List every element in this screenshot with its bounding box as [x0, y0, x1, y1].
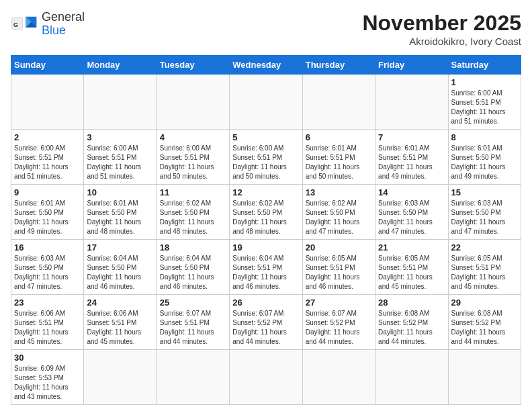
calendar-cell: 24Sunrise: 6:06 AM Sunset: 5:51 PM Dayli…	[84, 295, 157, 350]
day-number: 21	[378, 242, 445, 253]
calendar-cell: 21Sunrise: 6:05 AM Sunset: 5:51 PM Dayli…	[375, 240, 448, 295]
day-info: Sunrise: 6:04 AM Sunset: 5:50 PM Dayligh…	[87, 254, 153, 291]
calendar-cell: 15Sunrise: 6:03 AM Sunset: 5:50 PM Dayli…	[448, 185, 521, 240]
day-number: 4	[160, 132, 226, 142]
calendar-cell	[230, 75, 302, 130]
day-info: Sunrise: 6:02 AM Sunset: 5:50 PM Dayligh…	[306, 199, 372, 236]
calendar-cell: 3Sunrise: 6:00 AM Sunset: 5:51 PM Daylig…	[84, 130, 157, 185]
calendar-cell: 29Sunrise: 6:08 AM Sunset: 5:52 PM Dayli…	[448, 295, 521, 350]
day-info: Sunrise: 6:04 AM Sunset: 5:50 PM Dayligh…	[160, 254, 226, 291]
calendar-cell: 2Sunrise: 6:00 AM Sunset: 5:51 PM Daylig…	[11, 130, 84, 185]
day-info: Sunrise: 6:09 AM Sunset: 5:53 PM Dayligh…	[14, 364, 81, 402]
calendar-cell	[230, 350, 302, 405]
day-number: 24	[87, 298, 153, 308]
day-info: Sunrise: 6:05 AM Sunset: 5:51 PM Dayligh…	[451, 254, 518, 291]
day-info: Sunrise: 6:04 AM Sunset: 5:51 PM Dayligh…	[232, 254, 299, 291]
calendar-cell: 1Sunrise: 6:00 AM Sunset: 5:51 PM Daylig…	[448, 75, 521, 130]
day-number: 28	[378, 298, 445, 308]
calendar-cell: 7Sunrise: 6:01 AM Sunset: 5:51 PM Daylig…	[375, 130, 448, 185]
day-number: 16	[14, 242, 81, 253]
day-info: Sunrise: 6:05 AM Sunset: 5:51 PM Dayligh…	[378, 254, 445, 291]
calendar-cell	[375, 75, 448, 130]
weekday-header: Friday	[375, 56, 448, 75]
calendar-cell: 30Sunrise: 6:09 AM Sunset: 5:53 PM Dayli…	[11, 350, 84, 405]
day-info: Sunrise: 6:01 AM Sunset: 5:51 PM Dayligh…	[378, 144, 445, 181]
calendar-cell: 26Sunrise: 6:07 AM Sunset: 5:52 PM Dayli…	[230, 295, 302, 350]
day-number: 1	[451, 77, 518, 87]
calendar-cell: 11Sunrise: 6:02 AM Sunset: 5:50 PM Dayli…	[157, 185, 229, 240]
calendar-cell: 17Sunrise: 6:04 AM Sunset: 5:50 PM Dayli…	[84, 240, 157, 295]
calendar-cell	[157, 350, 229, 405]
day-number: 5	[232, 132, 299, 142]
calendar-cell: 12Sunrise: 6:02 AM Sunset: 5:50 PM Dayli…	[230, 185, 302, 240]
day-number: 12	[232, 187, 299, 197]
day-info: Sunrise: 6:01 AM Sunset: 5:51 PM Dayligh…	[306, 144, 372, 181]
day-number: 27	[306, 298, 372, 308]
day-info: Sunrise: 6:07 AM Sunset: 5:52 PM Dayligh…	[306, 309, 372, 347]
calendar-week-row: 1Sunrise: 6:00 AM Sunset: 5:51 PM Daylig…	[11, 75, 521, 130]
calendar-cell: 22Sunrise: 6:05 AM Sunset: 5:51 PM Dayli…	[448, 240, 521, 295]
page-header: G GeneralBlue November 2025 Akroidokikro…	[11, 11, 521, 47]
day-number: 30	[14, 353, 81, 363]
day-info: Sunrise: 6:02 AM Sunset: 5:50 PM Dayligh…	[160, 199, 226, 236]
day-info: Sunrise: 6:03 AM Sunset: 5:50 PM Dayligh…	[451, 199, 518, 236]
day-number: 19	[232, 242, 299, 253]
weekday-header-row: SundayMondayTuesdayWednesdayThursdayFrid…	[11, 56, 521, 75]
day-info: Sunrise: 6:01 AM Sunset: 5:50 PM Dayligh…	[451, 144, 518, 181]
calendar-cell: 4Sunrise: 6:00 AM Sunset: 5:51 PM Daylig…	[157, 130, 229, 185]
day-info: Sunrise: 6:00 AM Sunset: 5:51 PM Dayligh…	[87, 144, 153, 181]
logo: G GeneralBlue	[11, 11, 85, 38]
day-number: 20	[306, 242, 372, 253]
calendar-cell	[375, 350, 448, 405]
calendar-cell: 9Sunrise: 6:01 AM Sunset: 5:50 PM Daylig…	[11, 185, 84, 240]
day-info: Sunrise: 6:00 AM Sunset: 5:51 PM Dayligh…	[14, 144, 81, 181]
month-title: November 2025	[362, 11, 521, 36]
weekday-header: Tuesday	[157, 56, 229, 75]
day-number: 15	[451, 187, 518, 197]
calendar-week-row: 9Sunrise: 6:01 AM Sunset: 5:50 PM Daylig…	[11, 185, 521, 240]
calendar-cell: 6Sunrise: 6:01 AM Sunset: 5:51 PM Daylig…	[302, 130, 375, 185]
day-info: Sunrise: 6:05 AM Sunset: 5:51 PM Dayligh…	[306, 254, 372, 291]
day-number: 2	[14, 132, 81, 142]
day-info: Sunrise: 6:01 AM Sunset: 5:50 PM Dayligh…	[87, 199, 153, 236]
calendar-cell: 28Sunrise: 6:08 AM Sunset: 5:52 PM Dayli…	[375, 295, 448, 350]
calendar-table: SundayMondayTuesdayWednesdayThursdayFrid…	[11, 55, 521, 405]
day-info: Sunrise: 6:08 AM Sunset: 5:52 PM Dayligh…	[378, 309, 445, 347]
calendar-cell	[302, 350, 375, 405]
calendar-cell	[302, 75, 375, 130]
day-number: 14	[378, 187, 445, 197]
calendar-cell: 19Sunrise: 6:04 AM Sunset: 5:51 PM Dayli…	[230, 240, 302, 295]
day-info: Sunrise: 6:07 AM Sunset: 5:51 PM Dayligh…	[160, 309, 226, 347]
day-number: 29	[451, 298, 518, 308]
day-info: Sunrise: 6:00 AM Sunset: 5:51 PM Dayligh…	[451, 89, 518, 126]
day-info: Sunrise: 6:06 AM Sunset: 5:51 PM Dayligh…	[14, 309, 81, 347]
day-number: 22	[451, 242, 518, 253]
day-info: Sunrise: 6:06 AM Sunset: 5:51 PM Dayligh…	[87, 309, 153, 347]
day-number: 23	[14, 298, 81, 308]
day-info: Sunrise: 6:00 AM Sunset: 5:51 PM Dayligh…	[160, 144, 226, 181]
svg-text:G: G	[13, 21, 18, 28]
calendar-cell	[84, 75, 157, 130]
calendar-cell	[157, 75, 229, 130]
day-number: 26	[232, 298, 299, 308]
calendar-cell: 8Sunrise: 6:01 AM Sunset: 5:50 PM Daylig…	[448, 130, 521, 185]
day-info: Sunrise: 6:03 AM Sunset: 5:50 PM Dayligh…	[378, 199, 445, 236]
logo-text: GeneralBlue	[42, 11, 85, 38]
calendar-cell: 14Sunrise: 6:03 AM Sunset: 5:50 PM Dayli…	[375, 185, 448, 240]
calendar-cell: 10Sunrise: 6:01 AM Sunset: 5:50 PM Dayli…	[84, 185, 157, 240]
calendar-cell	[448, 350, 521, 405]
calendar-cell	[84, 350, 157, 405]
day-info: Sunrise: 6:03 AM Sunset: 5:50 PM Dayligh…	[14, 254, 81, 291]
calendar-cell	[11, 75, 84, 130]
day-info: Sunrise: 6:01 AM Sunset: 5:50 PM Dayligh…	[14, 199, 81, 236]
calendar-cell: 16Sunrise: 6:03 AM Sunset: 5:50 PM Dayli…	[11, 240, 84, 295]
calendar-cell: 13Sunrise: 6:02 AM Sunset: 5:50 PM Dayli…	[302, 185, 375, 240]
title-area: November 2025 Akroidokikro, Ivory Coast	[362, 11, 521, 47]
day-number: 7	[378, 132, 445, 142]
weekday-header: Thursday	[302, 56, 375, 75]
calendar-week-row: 30Sunrise: 6:09 AM Sunset: 5:53 PM Dayli…	[11, 350, 521, 405]
weekday-header: Monday	[84, 56, 157, 75]
day-number: 13	[306, 187, 372, 197]
weekday-header: Sunday	[11, 56, 84, 75]
calendar-cell: 25Sunrise: 6:07 AM Sunset: 5:51 PM Dayli…	[157, 295, 229, 350]
